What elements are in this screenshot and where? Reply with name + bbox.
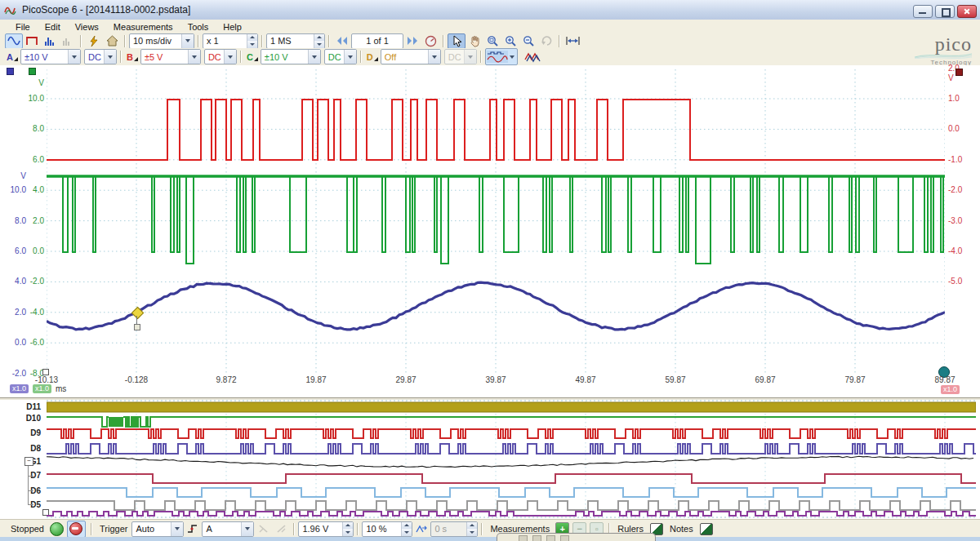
digital-label-g1[interactable]: G1 xyxy=(2,457,41,466)
channel-d-label[interactable]: D xyxy=(367,52,378,62)
channel-options-icon xyxy=(134,57,138,61)
menu-file[interactable]: File xyxy=(8,21,38,33)
channel-a-range-select[interactable]: ±10 V xyxy=(20,49,81,64)
group-tree-stub xyxy=(28,490,33,491)
zoom-undo-button[interactable] xyxy=(537,33,555,49)
menu-bar: FileEditViewsMeasurementsToolsHelp xyxy=(0,20,980,34)
magnifier-minus-icon xyxy=(523,35,535,47)
spin-down-icon[interactable] xyxy=(343,529,353,536)
curved-arrow-icon xyxy=(541,35,553,47)
zoom-window-tool-button[interactable] xyxy=(483,33,501,49)
digital-label-d5[interactable]: D5 xyxy=(2,500,41,509)
channel-c-coupling-select[interactable]: DC xyxy=(324,49,357,64)
channel-b-label[interactable]: B xyxy=(127,52,138,62)
advanced-trigger-button[interactable] xyxy=(412,521,430,537)
next-buffer-button[interactable] xyxy=(403,33,421,49)
samples-stepper[interactable]: 1 MS xyxy=(266,33,325,49)
channel-c-scale-badge: x1.0 xyxy=(33,384,51,393)
channel-d-range-select[interactable]: Off xyxy=(381,49,441,64)
trigger-mode-select[interactable]: Auto xyxy=(131,521,184,537)
axis-tick: 4.0 xyxy=(0,277,26,286)
digital-plot[interactable] xyxy=(47,400,976,519)
holdoff-stepper: 0 s xyxy=(430,521,478,537)
digital-label-d10[interactable]: D10 xyxy=(2,414,41,423)
spin-down-icon[interactable] xyxy=(247,41,257,48)
zoom-fit-button[interactable] xyxy=(564,33,581,49)
channel-c-range-select[interactable]: ±10 V xyxy=(261,49,321,64)
channel-options-icon xyxy=(14,57,18,61)
close-button[interactable] xyxy=(957,5,977,18)
digital-label-d6[interactable]: D6 xyxy=(2,486,41,495)
axis-tick: 10.0 xyxy=(0,185,26,194)
scope-plot[interactable] xyxy=(47,69,945,373)
stop-capture-button[interactable] xyxy=(67,521,86,538)
minimize-button[interactable] xyxy=(913,5,933,18)
channel-b-axis-handle[interactable] xyxy=(956,69,963,76)
channel-a-axis-handle[interactable] xyxy=(7,68,14,75)
trigger-marker-handle[interactable] xyxy=(134,324,140,330)
prev-buffer-button[interactable] xyxy=(333,33,351,49)
signal-generator-button[interactable] xyxy=(23,33,41,49)
channel-b-range-select[interactable]: ±5 V xyxy=(140,49,201,64)
channel-b-coupling-select[interactable]: DC xyxy=(204,49,237,64)
notes-button[interactable] xyxy=(700,523,713,535)
digital-label-d7[interactable]: D7 xyxy=(2,471,41,480)
zoom-out-tool-button[interactable] xyxy=(519,33,537,49)
channel-c-axis-handle[interactable] xyxy=(29,68,36,75)
buffer-position-field[interactable]: 1 of 1 xyxy=(351,33,403,49)
channel-a-label[interactable]: A xyxy=(7,52,18,62)
title-bar: PicoScope 6 - [20141118-0002.psdata] xyxy=(0,0,980,20)
auto-setup-button[interactable] xyxy=(85,33,103,49)
pointer-tool-button[interactable] xyxy=(448,33,466,49)
group-collapse-icon[interactable]: − xyxy=(24,457,33,466)
digital-inputs-button[interactable] xyxy=(485,48,518,65)
spin-down-icon[interactable] xyxy=(314,41,324,48)
chevron-down-icon xyxy=(104,50,116,64)
math-channels-button[interactable] xyxy=(522,48,543,65)
axis-tick: -5.0 xyxy=(948,277,978,286)
scope-view[interactable]: V10.08.06.04.02.00.0-2.0-4.0-6.0-8.0V10.… xyxy=(0,65,980,397)
spin-up-icon[interactable] xyxy=(247,34,257,42)
axis-tick: 6.0 xyxy=(16,155,44,164)
channel-a-coupling-select[interactable]: DC xyxy=(84,49,117,64)
digital-label-d8[interactable]: D8 xyxy=(2,444,41,453)
chevron-down-icon xyxy=(188,50,200,64)
menu-tools[interactable]: Tools xyxy=(180,21,216,33)
zoom-factor-stepper[interactable]: x 1 xyxy=(203,33,258,49)
trigger-source-select[interactable]: A xyxy=(202,521,254,537)
dual-edge-button[interactable] xyxy=(272,521,290,537)
start-capture-button[interactable] xyxy=(50,522,64,536)
maximize-button[interactable] xyxy=(935,5,955,18)
spin-up-icon[interactable] xyxy=(343,522,353,530)
axis-tick: 6.0 xyxy=(0,246,26,255)
spin-down-icon[interactable] xyxy=(402,529,412,536)
pretrigger-stepper[interactable]: 10 % xyxy=(362,521,412,537)
trigger-level-stepper[interactable]: 1.96 V xyxy=(298,521,354,537)
falling-edge-button[interactable] xyxy=(254,521,272,537)
spin-up-icon[interactable] xyxy=(314,34,324,42)
menu-edit[interactable]: Edit xyxy=(38,21,68,33)
channel-c-label[interactable]: C xyxy=(247,52,258,62)
x-axis-label: 69.87 xyxy=(741,375,790,384)
digital-label-d9[interactable]: D9 xyxy=(2,428,41,437)
x-axis-label: 49.87 xyxy=(561,375,610,384)
digital-label-d11[interactable]: D11 xyxy=(2,402,41,411)
timebase-select[interactable]: 10 ms/div xyxy=(129,33,194,49)
buffer-navigator-button[interactable] xyxy=(421,33,439,49)
x-axis-label: 79.87 xyxy=(831,375,880,384)
plot-corner-handle[interactable] xyxy=(42,369,49,375)
pan-tool-button[interactable] xyxy=(466,33,483,49)
spin-up-icon[interactable] xyxy=(402,522,412,530)
menu-measurements[interactable]: Measurements xyxy=(106,21,180,33)
digital-view[interactable]: D11D10D9D8G1D7D6D5− xyxy=(0,400,980,519)
floating-panel-sliver[interactable] xyxy=(497,533,656,541)
menu-views[interactable]: Views xyxy=(68,21,106,33)
spectrum-mode-button[interactable] xyxy=(41,33,59,49)
menu-help[interactable]: Help xyxy=(216,21,249,33)
home-button[interactable] xyxy=(103,33,121,49)
persistence-mode-button[interactable] xyxy=(59,33,77,49)
trigger-edge-button[interactable] xyxy=(184,521,202,537)
axis-tick: -1.0 xyxy=(948,155,978,164)
zoom-in-tool-button[interactable] xyxy=(501,33,519,49)
scope-mode-button[interactable] xyxy=(5,33,23,49)
